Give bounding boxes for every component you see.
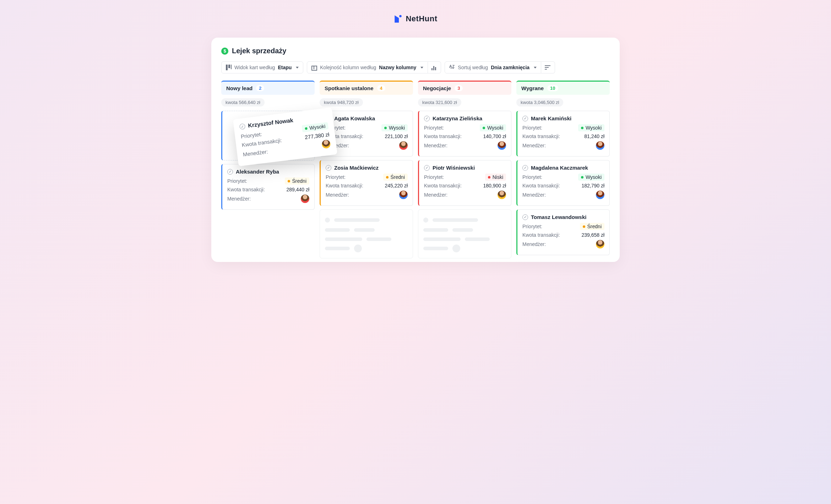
card-person-name: Tomasz Lewandowski (531, 214, 586, 220)
status-dot-icon (386, 176, 389, 179)
column-header[interactable]: Nowy lead 2 (221, 81, 315, 95)
sort-direction-button[interactable] (541, 61, 555, 73)
check-circle-icon: ✓ (424, 165, 430, 171)
column-count-badge: 4 (377, 85, 385, 91)
priority-value: Wysoki (309, 123, 326, 131)
priority-label: Priorytet: (522, 174, 542, 180)
deal-card[interactable]: ✓ Aleksander Ryba Priorytet: Średni Kwot… (221, 164, 315, 210)
manager-label: Menedżer: (424, 192, 447, 198)
priority-pill: Wysoki (302, 122, 328, 132)
amount-label: Kwota transakcji: (522, 183, 560, 188)
priority-pill: Wysoki (578, 124, 604, 131)
sort-lines-icon (545, 65, 551, 70)
columns-icon (311, 65, 317, 70)
card-person-name: Agata Kowalska (334, 115, 375, 121)
chart-button[interactable] (428, 61, 441, 73)
priority-pill: Wysoki (480, 124, 506, 131)
status-dot-icon (581, 127, 583, 129)
kanban-column-negotiation: Negocjacje 3kwota 321,600 zł ✓ Katarzyna… (418, 81, 511, 262)
amount-label: Kwota transakcji: (522, 133, 560, 139)
dollar-icon: $ (221, 48, 228, 55)
nethunt-logo-icon (393, 14, 403, 23)
priority-value: Wysoki (389, 125, 405, 131)
column-title: Negocjacje (423, 85, 451, 91)
manager-label: Menedżer: (227, 196, 251, 202)
column-order-dropdown[interactable]: Kolejność kolumn według Nazwy kolumny (307, 61, 428, 73)
skeleton-card (418, 209, 511, 258)
az-sort-icon: A͢Z (449, 65, 455, 70)
amount-value: 140,700 zł (483, 133, 506, 139)
priority-value: Niski (493, 174, 503, 180)
manager-label: Menedżer: (424, 143, 447, 148)
check-circle-icon: ✓ (424, 116, 430, 121)
avatar (321, 139, 331, 149)
status-dot-icon (384, 127, 387, 129)
order-label: Kolejność kolumn według (320, 65, 376, 70)
card-person-name: Zosia Maćkiewicz (334, 165, 379, 171)
deal-card[interactable]: ✓ Zosia Maćkiewicz Priorytet: Średni Kwo… (320, 160, 413, 206)
sort-label: Sortuj według (458, 65, 488, 70)
deal-card[interactable]: ✓ Piotr Wiśniewski Priorytet: Niski Kwot… (418, 160, 511, 206)
avatar (498, 141, 506, 150)
view-value: Etapu (278, 65, 292, 70)
avatar (399, 141, 408, 150)
priority-value: Średni (587, 224, 602, 229)
amount-value: 289,440 zł (286, 187, 309, 192)
avatar (596, 191, 604, 199)
avatar (498, 191, 506, 199)
manager-label: Menedżer: (243, 148, 268, 158)
chevron-down-icon (296, 67, 299, 69)
column-header[interactable]: Spotkanie ustalone 4 (320, 81, 413, 95)
sort-dropdown[interactable]: A͢Z Sortuj według Dnia zamknięcia (445, 61, 541, 73)
status-dot-icon (583, 225, 585, 228)
page-title: Lejek sprzedaży (232, 47, 286, 55)
card-person-name: Piotr Wiśniewski (433, 165, 475, 171)
brand-logo: NetHunt (0, 14, 831, 23)
priority-label: Priorytet: (522, 224, 542, 229)
status-dot-icon (305, 127, 308, 130)
view-label: Widok kart według (234, 65, 275, 70)
column-header[interactable]: Negocjacje 3 (418, 81, 511, 95)
view-dropdown[interactable]: Widok kart według Etapu (221, 61, 303, 73)
page-header: $ Lejek sprzedaży (221, 47, 610, 55)
priority-value: Wysoki (487, 125, 503, 131)
priority-pill: Niski (485, 174, 506, 181)
status-dot-icon (483, 127, 485, 129)
card-person-name: Marek Kamiński (531, 115, 571, 121)
skeleton-card (320, 209, 413, 258)
kanban-column-meeting: Spotkanie ustalone 4kwota 948,720 zł ✓ A… (320, 81, 413, 262)
amount-value: 182,790 zł (581, 183, 604, 188)
check-circle-icon: ✓ (239, 124, 246, 130)
amount-label: Kwota transakcji: (227, 187, 265, 192)
amount-label: Kwota transakcji: (424, 183, 462, 188)
priority-label: Priorytet: (522, 125, 542, 131)
column-title: Wygrane (521, 85, 544, 91)
svg-point-0 (400, 15, 402, 17)
priority-pill: Średni (580, 223, 604, 230)
chevron-down-icon (420, 67, 423, 69)
manager-label: Menedżer: (522, 241, 546, 247)
column-count-badge: 10 (547, 85, 558, 91)
manager-label: Menedżer: (522, 192, 546, 198)
avatar (399, 191, 408, 199)
priority-pill: Wysoki (578, 174, 604, 181)
manager-label: Menedżer: (522, 143, 546, 148)
deal-card[interactable]: ✓ Magdalena Kaczmarek Priorytet: Wysoki … (516, 160, 610, 206)
deal-card[interactable]: ✓ Marek Kamiński Priorytet: Wysoki Kwota… (516, 111, 610, 157)
priority-pill: Średni (285, 177, 309, 185)
card-person-name: Katarzyna Zielińska (433, 115, 482, 121)
kanban-column-won: Wygrane 10kwota 3,046,500 zl ✓ Marek Kam… (516, 81, 610, 262)
column-header[interactable]: Wygrane 10 (516, 81, 610, 95)
deal-card[interactable]: ✓ Katarzyna Zielińska Priorytet: Wysoki … (418, 111, 511, 157)
priority-label: Priorytet: (326, 174, 346, 180)
amount-label: Kwota transakcji: (522, 232, 560, 238)
priority-value: Średni (391, 174, 405, 180)
priority-value: Średni (292, 178, 306, 184)
toolbar: Widok kart według Etapu Kolejność kolumn… (221, 61, 610, 73)
status-dot-icon (488, 176, 490, 179)
deal-card[interactable]: ✓ Tomasz Lewandowski Priorytet: Średni K… (516, 209, 610, 255)
avatar (596, 141, 604, 150)
priority-label: Priorytet: (424, 174, 444, 180)
check-circle-icon: ✓ (522, 214, 528, 220)
priority-pill: Średni (383, 174, 408, 181)
